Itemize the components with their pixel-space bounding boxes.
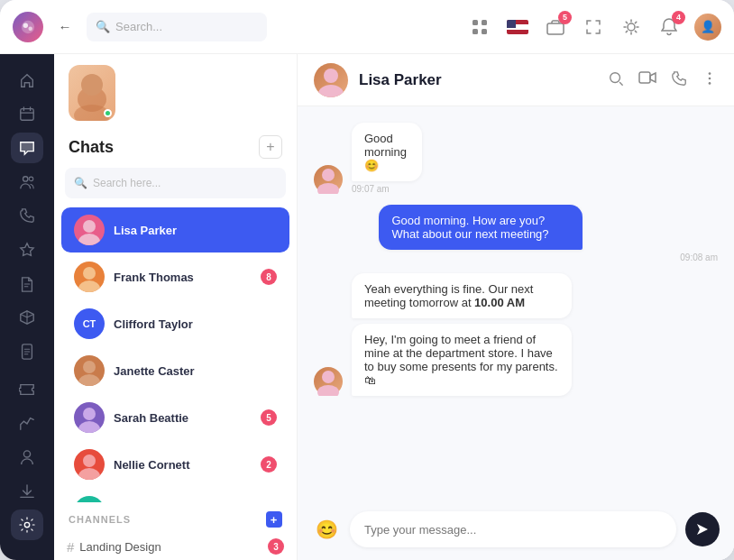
search-icon: 🔍: [96, 20, 110, 33]
video-call-icon[interactable]: [638, 70, 656, 90]
message-bubble: Good morning. How are you? What about ou…: [379, 205, 582, 250]
chats-panel: Chats + 🔍 Search here...: [54, 54, 298, 560]
search-message-icon[interactable]: [608, 70, 624, 90]
svg-point-11: [29, 177, 33, 181]
svg-rect-5: [473, 29, 478, 34]
bell-icon[interactable]: 4: [656, 14, 682, 40]
svg-point-40: [317, 385, 339, 396]
unread-badge: 8: [261, 269, 277, 285]
message-avatar: [314, 165, 343, 194]
device-frame: ← 🔍 Search... 5: [0, 0, 734, 560]
briefcase-icon[interactable]: 5: [543, 14, 568, 40]
channels-label: CHANNELS: [69, 514, 131, 525]
channel-name: Landing Design: [79, 540, 161, 554]
svg-point-14: [24, 522, 29, 527]
sidebar-star-icon[interactable]: [11, 234, 43, 265]
sidebar-box-icon[interactable]: [11, 302, 43, 333]
sun-icon[interactable]: [619, 14, 644, 40]
chat-avatar: [74, 355, 105, 386]
emoji-button[interactable]: 😊: [312, 515, 341, 544]
sidebar-person-icon[interactable]: [11, 442, 43, 473]
chat-info: Janette Caster: [114, 364, 277, 378]
chat-avatar: [74, 402, 105, 433]
chat-info: Clifford Taylor: [114, 317, 277, 331]
chat-item-frank-thomas[interactable]: Frank Thomas 8: [61, 254, 289, 299]
svg-rect-6: [482, 29, 487, 34]
chat-main-actions: [608, 70, 718, 90]
chat-item-chris-kiernan[interactable]: CK Chris Kiernan: [61, 489, 289, 502]
user-avatar[interactable]: 👤: [694, 14, 721, 41]
svg-point-37: [322, 169, 335, 181]
chat-avatar: CK: [74, 496, 105, 502]
message-row: Good morning 😊 09:07 am: [314, 123, 718, 194]
more-options-icon[interactable]: [702, 70, 718, 90]
phone-call-icon[interactable]: [671, 70, 687, 90]
chat-item-janette-caster[interactable]: Janette Caster: [61, 348, 289, 393]
message-input[interactable]: [350, 511, 676, 547]
chats-header: Chats +: [54, 121, 297, 168]
svg-rect-9: [21, 109, 33, 121]
chats-search[interactable]: 🔍 Search here...: [65, 168, 286, 198]
chat-item-clifford-taylor[interactable]: CT Clifford Taylor: [61, 301, 289, 346]
sidebar-file-icon[interactable]: [11, 269, 43, 299]
message-bubble: Good morning 😊: [352, 123, 422, 181]
chat-avatar: [74, 262, 105, 292]
main-layout: Chats + 🔍 Search here...: [0, 54, 734, 560]
sidebar-chart-icon[interactable]: [11, 408, 43, 438]
search-placeholder-text: Search here...: [93, 177, 161, 189]
sidebar-download-icon[interactable]: [11, 476, 43, 507]
svg-point-27: [78, 468, 100, 480]
svg-point-1: [23, 23, 28, 27]
svg-point-30: [324, 69, 338, 83]
bell-badge: 4: [672, 11, 685, 24]
unread-badge: 5: [261, 409, 277, 426]
top-actions: 5 4 👤: [467, 14, 721, 41]
sidebar-doc-icon[interactable]: [11, 336, 43, 367]
svg-point-16: [81, 74, 103, 96]
svg-point-24: [83, 408, 96, 420]
sidebar-users-icon[interactable]: [11, 167, 43, 197]
chat-avatar: CT: [74, 308, 105, 339]
top-bar: ← 🔍 Search... 5: [0, 0, 734, 54]
sidebar-chat-icon[interactable]: [11, 133, 43, 163]
svg-rect-33: [639, 72, 650, 83]
chat-list: Lisa Parker Frank Thomas 8: [54, 206, 297, 502]
svg-point-36: [709, 82, 711, 85]
chat-main: Lisa Parker: [298, 54, 734, 560]
svg-point-18: [83, 220, 96, 233]
grid-icon[interactable]: [467, 14, 492, 40]
unread-badge: 2: [261, 456, 277, 473]
search-placeholder: Search...: [115, 20, 162, 33]
hash-icon: #: [67, 539, 74, 555]
flag-icon[interactable]: [505, 14, 530, 40]
svg-point-2: [28, 26, 32, 31]
chat-item-lisa-parker[interactable]: Lisa Parker: [61, 207, 289, 252]
chats-add-button[interactable]: +: [259, 135, 282, 159]
app-logo: [13, 12, 43, 42]
message-bubble: Yeah everything is fine. Our next meetin…: [352, 273, 572, 318]
top-search-bar[interactable]: 🔍 Search...: [87, 13, 267, 41]
chat-main-header: Lisa Parker: [298, 54, 734, 106]
fullscreen-icon[interactable]: [581, 14, 606, 40]
sidebar-phone-icon[interactable]: [11, 201, 43, 232]
svg-point-34: [709, 72, 711, 75]
channels-add-button[interactable]: +: [266, 511, 282, 528]
sidebar-calendar-icon[interactable]: [11, 99, 43, 130]
chat-item-sarah-beattie[interactable]: Sarah Beattie 5: [61, 395, 289, 440]
sidebar-ticket-icon[interactable]: [11, 374, 43, 405]
settings-button[interactable]: [11, 510, 43, 540]
svg-point-23: [78, 374, 100, 386]
chat-name: Lisa Parker: [114, 224, 277, 237]
send-button[interactable]: [685, 512, 720, 546]
chat-name: Janette Caster: [114, 364, 277, 378]
contact-avatar: [314, 63, 348, 97]
sidebar-home-icon[interactable]: [11, 65, 43, 96]
svg-point-13: [23, 451, 30, 457]
svg-rect-4: [482, 20, 487, 25]
back-button[interactable]: ←: [52, 14, 78, 40]
svg-point-35: [709, 77, 711, 79]
svg-point-21: [78, 280, 100, 292]
messages-area: Good morning 😊 09:07 am Good morning. Ho…: [298, 106, 734, 502]
chat-item-nellie-cornett[interactable]: Nellie Cornett 2: [61, 442, 289, 487]
channel-item[interactable]: # Landing Design 3: [54, 533, 297, 560]
